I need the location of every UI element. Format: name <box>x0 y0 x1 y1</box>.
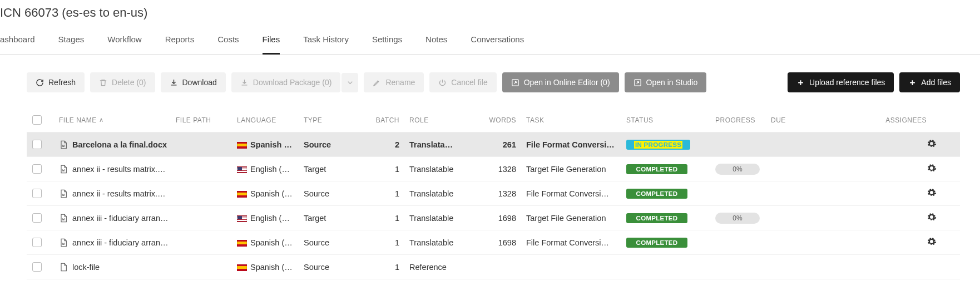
col-file-name[interactable]: FILE NAME ∧ <box>59 116 176 124</box>
download-package-dropdown[interactable] <box>341 73 358 92</box>
tab-stages[interactable]: Stages <box>58 28 85 54</box>
tab-workflow[interactable]: Workflow <box>107 28 141 54</box>
download-icon <box>170 78 178 87</box>
table-row[interactable]: lock-fileSpanish (…Source1Reference <box>27 255 960 279</box>
download-package-label: Download Package (0) <box>253 78 332 87</box>
language-text: Spanish … <box>250 140 292 149</box>
row-checkbox[interactable] <box>32 238 42 247</box>
words-cell: 1328 <box>476 165 526 174</box>
table-row[interactable]: annex ii - results matrix.…Spanish (…Sou… <box>27 181 960 206</box>
table-row[interactable]: annex iii - fiduciary arran…Spanish (…So… <box>27 230 960 255</box>
word-doc-icon <box>59 140 68 150</box>
upload-reference-button[interactable]: Upload reference files <box>788 72 894 92</box>
row-checkbox[interactable] <box>32 189 42 198</box>
language-cell: English (… <box>237 165 304 174</box>
flag-es-icon <box>237 191 247 198</box>
words-cell: 261 <box>476 140 526 149</box>
language-text: Spanish (… <box>250 263 293 272</box>
row-actions[interactable] <box>927 163 954 175</box>
task-cell: Target File Generation <box>526 165 626 174</box>
row-actions[interactable] <box>927 188 954 199</box>
role-cell: Reference <box>409 263 476 272</box>
cancel-file-button[interactable]: Cancel file <box>429 72 496 92</box>
language-cell: Spanish (… <box>237 238 304 247</box>
tab-reports[interactable]: Reports <box>165 28 195 54</box>
tab-settings[interactable]: Settings <box>372 28 402 54</box>
gear-icon <box>927 237 937 247</box>
row-actions[interactable] <box>927 237 954 248</box>
table-row[interactable]: annex iii - fiduciary arran…English (…Ta… <box>27 206 960 230</box>
row-actions[interactable] <box>927 212 954 224</box>
tab-files[interactable]: Files <box>263 28 280 55</box>
row-actions[interactable] <box>927 139 954 150</box>
col-due[interactable]: DUE <box>771 116 815 124</box>
file-icon <box>59 262 68 272</box>
col-role[interactable]: ROLE <box>409 116 476 124</box>
select-all-checkbox[interactable] <box>32 115 42 125</box>
file-name-text: annex ii - results matrix.… <box>72 189 166 198</box>
status-cell: COMPLETED <box>626 213 715 223</box>
row-checkbox[interactable] <box>32 213 42 223</box>
status-badge: COMPLETED <box>626 189 687 199</box>
status-badge: COMPLETED <box>626 238 687 248</box>
col-assignees[interactable]: ASSIGNEES <box>815 116 927 124</box>
tab-notes[interactable]: Notes <box>425 28 447 54</box>
col-status[interactable]: STATUS <box>626 116 715 124</box>
task-cell: Target File Generation <box>526 214 626 223</box>
tab-costs[interactable]: Costs <box>217 28 239 54</box>
col-words[interactable]: WORDS <box>476 116 526 124</box>
row-checkbox[interactable] <box>32 164 42 174</box>
status-badge: COMPLETED <box>626 164 687 174</box>
col-file-path[interactable]: FILE PATH <box>176 116 237 124</box>
open-online-editor-button[interactable]: Open in Online Editor (0) <box>502 72 619 92</box>
delete-button[interactable]: Delete (0) <box>90 72 155 92</box>
col-batch[interactable]: BATCH <box>359 116 409 124</box>
table-row[interactable]: annex ii - results matrix.…English (…Tar… <box>27 157 960 181</box>
role-cell: Translatable <box>409 165 476 174</box>
files-table: FILE NAME ∧ FILE PATH LANGUAGE TYPE BATC… <box>27 108 960 279</box>
tab-task-history[interactable]: Task History <box>303 28 349 54</box>
download-package-button[interactable]: Download Package (0) <box>231 72 341 92</box>
open-studio-label: Open in Studio <box>646 78 698 87</box>
col-task[interactable]: TASK <box>526 116 626 124</box>
rename-button[interactable]: Rename <box>364 72 424 92</box>
open-studio-button[interactable]: Open in Studio <box>625 72 707 92</box>
progress-pill: 0% <box>715 213 760 224</box>
refresh-button[interactable]: Refresh <box>27 72 85 92</box>
gear-icon <box>927 139 937 149</box>
gear-icon <box>927 188 937 198</box>
batch-cell: 1 <box>359 214 409 223</box>
batch-cell: 1 <box>359 263 409 272</box>
col-type[interactable]: TYPE <box>304 116 359 124</box>
row-checkbox[interactable] <box>32 262 42 272</box>
toolbar: Refresh Delete (0) Download Download Pac… <box>27 72 960 92</box>
table-row[interactable]: Barcelona a la final.docxSpanish …Source… <box>27 132 960 157</box>
row-checkbox[interactable] <box>32 140 42 149</box>
download-label: Download <box>182 78 217 87</box>
flag-us-icon <box>237 166 247 173</box>
progress-pill: 0% <box>715 164 760 175</box>
tab-bar: ashboardStagesWorkflowReportsCostsFilesT… <box>0 28 980 55</box>
type-cell: Target <box>304 165 359 174</box>
chevron-down-icon <box>346 78 354 87</box>
words-cell: 1328 <box>476 189 526 198</box>
type-cell: Source <box>304 263 359 272</box>
task-cell: File Format Conversi… <box>526 140 626 149</box>
batch-cell: 1 <box>359 165 409 174</box>
type-cell: Target <box>304 214 359 223</box>
upload-reference-label: Upload reference files <box>809 78 885 87</box>
col-progress[interactable]: PROGRESS <box>715 116 771 124</box>
batch-cell: 2 <box>359 140 409 149</box>
open-online-editor-label: Open in Online Editor (0) <box>524 78 610 87</box>
col-file-name-label: FILE NAME <box>59 116 97 124</box>
word-doc-icon <box>59 189 68 199</box>
refresh-label: Refresh <box>48 78 76 87</box>
tab-ashboard[interactable]: ashboard <box>0 28 35 54</box>
tab-conversations[interactable]: Conversations <box>471 28 524 54</box>
add-files-button[interactable]: Add files <box>899 72 960 92</box>
task-cell: File Format Conversi… <box>526 189 626 198</box>
flag-es-icon <box>237 142 247 149</box>
language-text: English (… <box>250 165 290 174</box>
col-language[interactable]: LANGUAGE <box>237 116 304 124</box>
download-button[interactable]: Download <box>161 72 226 92</box>
